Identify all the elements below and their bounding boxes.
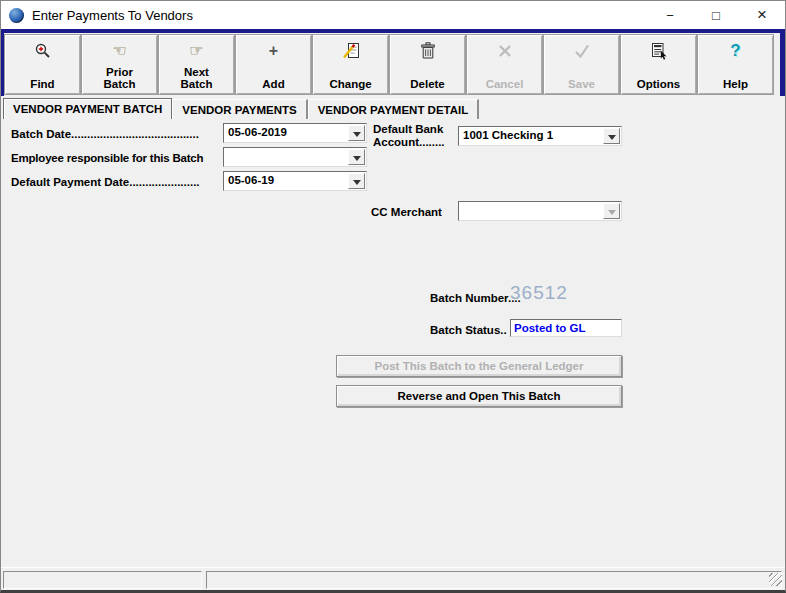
- employee-label: Employee responsible for this Batch: [11, 151, 224, 165]
- save-button[interactable]: Save: [543, 34, 620, 95]
- default-payment-date-label: Default Payment Date....................…: [11, 175, 223, 189]
- add-button[interactable]: + Add: [235, 34, 312, 95]
- batch-status-field: Posted to GL: [510, 319, 622, 337]
- minimize-button[interactable]: −: [647, 1, 693, 29]
- toolbar: Find ☜ Prior Batch ☞ Next Batch + Add: [1, 29, 785, 96]
- cancel-icon: [497, 41, 513, 61]
- vendor-payment-batch-panel: Batch Date..............................…: [2, 119, 784, 563]
- tab-vendor-payments[interactable]: VENDOR PAYMENTS: [172, 99, 307, 119]
- employee-combo[interactable]: [223, 147, 367, 167]
- dropdown-arrow-icon[interactable]: [348, 149, 365, 165]
- batch-date-label: Batch Date..............................…: [11, 127, 223, 141]
- cancel-button[interactable]: Cancel: [466, 34, 543, 95]
- status-panel-right: [206, 571, 782, 589]
- next-batch-button[interactable]: ☞ Next Batch: [158, 34, 235, 95]
- batch-status-label: Batch Status..: [430, 323, 507, 337]
- help-icon: ?: [730, 41, 740, 61]
- find-icon: [34, 41, 52, 61]
- delete-button[interactable]: Delete: [389, 34, 466, 95]
- tab-vendor-payment-batch[interactable]: VENDOR PAYMENT BATCH: [3, 98, 172, 119]
- default-payment-date-combo[interactable]: 05-06-19: [223, 171, 367, 191]
- next-batch-label: Next: [181, 66, 213, 78]
- change-button[interactable]: Change: [312, 34, 389, 95]
- add-label: Add: [262, 78, 284, 90]
- help-label: Help: [723, 78, 748, 90]
- prior-batch-label: Prior: [104, 66, 136, 78]
- tab-bar: VENDOR PAYMENT BATCH VENDOR PAYMENTS VEN…: [3, 98, 479, 119]
- reverse-open-batch-button[interactable]: Reverse and Open This Batch: [336, 385, 622, 407]
- change-icon: [342, 41, 360, 61]
- save-label: Save: [568, 78, 595, 90]
- prior-batch-button[interactable]: ☜ Prior Batch: [81, 34, 158, 95]
- add-icon: +: [269, 41, 278, 61]
- maximize-button[interactable]: □: [693, 1, 739, 29]
- options-button[interactable]: Options: [620, 34, 697, 95]
- default-bank-account-combo[interactable]: 1001 Checking 1: [458, 126, 622, 146]
- dropdown-arrow-icon[interactable]: [348, 125, 365, 141]
- next-batch-icon: ☞: [189, 41, 203, 61]
- delete-icon: [420, 41, 436, 61]
- app-icon: [9, 8, 24, 23]
- options-label: Options: [637, 78, 680, 90]
- find-button[interactable]: Find: [4, 34, 81, 95]
- cc-merchant-combo[interactable]: [458, 201, 622, 221]
- save-icon: [573, 41, 591, 61]
- tab-label: VENDOR PAYMENT DETAIL: [318, 104, 469, 116]
- dropdown-arrow-icon[interactable]: [603, 128, 620, 144]
- tab-label: VENDOR PAYMENTS: [182, 104, 296, 116]
- post-batch-button[interactable]: Post This Batch to the General Ledger: [336, 355, 622, 377]
- dropdown-arrow-icon: [603, 203, 620, 219]
- close-button[interactable]: ×: [739, 1, 785, 29]
- app-window: Enter Payments To Vendors − □ × Find ☜: [0, 0, 786, 593]
- content-bottom-divider: [1, 567, 785, 568]
- window-title: Enter Payments To Vendors: [32, 8, 193, 23]
- employee-value: [224, 148, 366, 150]
- window-controls: − □ ×: [647, 1, 785, 29]
- resize-grip[interactable]: [769, 573, 782, 586]
- find-label: Find: [30, 78, 54, 90]
- batch-date-combo[interactable]: 05-06-2019: [223, 123, 367, 143]
- default-payment-date-value: 05-06-19: [224, 172, 366, 186]
- prior-batch-icon: ☜: [112, 41, 126, 61]
- change-label: Change: [329, 78, 371, 90]
- status-panel-left: [3, 571, 202, 589]
- title-bar: Enter Payments To Vendors − □ ×: [1, 1, 785, 29]
- tab-vendor-payment-detail[interactable]: VENDOR PAYMENT DETAIL: [308, 99, 480, 119]
- batch-number-value: 36512: [510, 282, 568, 304]
- dropdown-arrow-icon[interactable]: [348, 173, 365, 189]
- cc-merchant-label: CC Merchant: [371, 205, 442, 219]
- cc-merchant-value: [459, 202, 621, 204]
- default-bank-account-label: Default Bank Account........: [373, 123, 459, 151]
- cancel-label: Cancel: [486, 78, 524, 90]
- options-icon: [650, 41, 668, 61]
- help-button[interactable]: ? Help: [697, 34, 774, 95]
- batch-date-value: 05-06-2019: [224, 124, 366, 138]
- default-bank-account-value: 1001 Checking 1: [459, 127, 621, 141]
- tab-label: VENDOR PAYMENT BATCH: [13, 103, 162, 115]
- delete-label: Delete: [410, 78, 445, 90]
- batch-number-label: Batch Number....: [430, 291, 521, 305]
